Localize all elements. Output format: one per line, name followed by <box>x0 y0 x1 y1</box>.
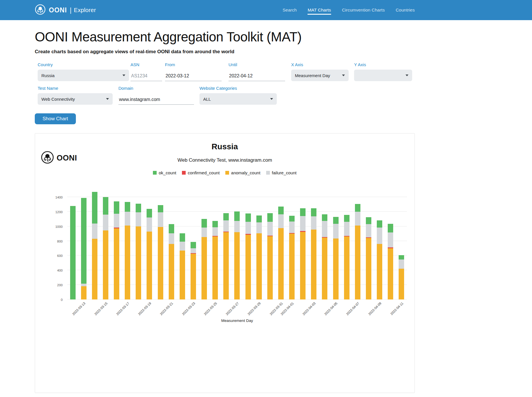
bar-2022-03-19[interactable] <box>144 197 155 299</box>
until-date-input[interactable] <box>228 70 285 81</box>
chart-legend: ok_countconfirmed_countanomaly_countfail… <box>35 170 414 175</box>
bar-segment-anomaly_count <box>223 232 229 299</box>
test-name-select[interactable]: Web Connectivity <box>38 93 113 105</box>
bar-2022-04-09[interactable] <box>374 197 385 299</box>
test-name-select-value: Web Connectivity <box>41 97 75 102</box>
bar-segment-ok_count <box>311 208 316 216</box>
bar-2022-03-28[interactable] <box>243 197 253 299</box>
chevron-down-icon <box>122 75 125 76</box>
bar-2022-03-25[interactable] <box>210 197 221 299</box>
bar-segment-failure_count <box>180 242 185 251</box>
legend-swatch-icon <box>182 171 186 175</box>
domain-input[interactable] <box>118 93 194 105</box>
website-categories-field: Website Categories ALL <box>199 86 277 105</box>
bar-2022-04-06[interactable] <box>341 197 352 299</box>
page-title: OONI Measurement Aggregation Toolkit (MA… <box>35 29 415 44</box>
from-date-input[interactable] <box>165 70 222 81</box>
bar-2022-03-21[interactable] <box>166 197 177 299</box>
nav-circumvention-charts[interactable]: Circumvention Charts <box>342 6 385 14</box>
nav-search[interactable]: Search <box>283 6 297 14</box>
bar-2022-03-29[interactable] <box>253 197 264 299</box>
bar-segment-failure_count <box>114 214 119 228</box>
from-label: From <box>165 62 222 67</box>
website-categories-select-value: ALL <box>203 97 211 102</box>
asn-input[interactable] <box>130 70 162 81</box>
bar-2022-04-07[interactable] <box>352 197 363 299</box>
x-tick-slot: 2022-04-09 <box>374 299 385 318</box>
bar-2022-03-30[interactable] <box>264 197 275 299</box>
bar-2022-03-14[interactable] <box>89 197 100 299</box>
mat-query-form: Country Russia ASN From Until X Axis Mea… <box>35 62 415 105</box>
bar-segment-failure_count <box>191 248 196 253</box>
bar-segment-failure_count <box>136 212 141 226</box>
chart-subtitle: Web Connectivity Test, www.instagram.com <box>35 157 414 163</box>
chart-card: OONI Russia Web Connectivity Test, www.i… <box>35 133 415 393</box>
bar-segment-ok_count <box>81 198 87 284</box>
bar-2022-03-16[interactable] <box>111 197 122 299</box>
bar-segment-anomaly_count <box>278 228 284 299</box>
y-axis-field: Y Axis <box>354 62 412 81</box>
bar-segment-ok_count <box>399 255 404 259</box>
bar-segment-anomaly_count <box>377 244 382 299</box>
bar-segment-anomaly_count <box>366 238 371 299</box>
bar-2022-03-12[interactable] <box>67 197 78 299</box>
y-tick-label: 600 <box>45 254 63 257</box>
country-select[interactable]: Russia <box>38 70 129 81</box>
bar-segment-ok_count <box>300 208 306 216</box>
ooni-explorer-brand[interactable]: OONI | Explorer <box>35 4 96 16</box>
bar-2022-03-26[interactable] <box>221 197 232 299</box>
bar-2022-03-22[interactable] <box>177 197 188 299</box>
bar-segment-ok_count <box>136 204 141 213</box>
website-categories-select[interactable]: ALL <box>199 93 277 105</box>
bar-segment-failure_count <box>158 212 163 227</box>
nav-countries[interactable]: Countries <box>396 6 415 14</box>
bar-2022-03-20[interactable] <box>155 197 166 299</box>
chevron-down-icon <box>406 75 408 76</box>
ooni-octopus-icon <box>41 151 57 165</box>
bar-segment-anomaly_count <box>344 236 349 299</box>
x-tick-slot: 2022-04-07 <box>352 299 363 318</box>
bar-segment-anomaly_count <box>169 244 174 299</box>
domain-field: Domain <box>118 86 194 105</box>
bar-2022-03-31[interactable] <box>275 197 286 299</box>
website-categories-label: Website Categories <box>199 86 277 91</box>
bar-segment-ok_count <box>388 224 393 233</box>
legend-item-failure_count: failure_count <box>266 170 297 175</box>
bar-2022-04-04[interactable] <box>319 197 330 299</box>
bar-segment-ok_count <box>322 214 327 221</box>
bar-2022-04-02[interactable] <box>297 197 308 299</box>
bar-2022-03-24[interactable] <box>199 197 210 299</box>
y-axis-select[interactable] <box>354 70 412 81</box>
legend-item-ok_count: ok_count <box>153 170 176 175</box>
ooni-logo: OONI <box>41 151 77 165</box>
bar-2022-03-17[interactable] <box>122 197 133 299</box>
bar-2022-03-13[interactable] <box>78 197 89 299</box>
show-chart-button[interactable]: Show Chart <box>35 113 76 124</box>
brand-name: OONI <box>49 6 67 14</box>
bar-segment-failure_count <box>311 216 316 230</box>
test-name-field: Test Name Web Connectivity <box>38 86 113 105</box>
bar-2022-04-08[interactable] <box>363 197 374 299</box>
bar-segment-failure_count <box>388 232 393 247</box>
bar-2022-04-11[interactable] <box>396 197 407 299</box>
bar-2022-04-05[interactable] <box>330 197 341 299</box>
bar-2022-04-10[interactable] <box>385 197 396 299</box>
bar-2022-03-23[interactable] <box>188 197 199 299</box>
bar-2022-04-01[interactable] <box>287 197 297 299</box>
bar-2022-03-15[interactable] <box>100 197 111 299</box>
y-tick-label: 800 <box>45 240 63 243</box>
top-navbar: OONI | Explorer Search MAT Charts Circum… <box>0 0 532 20</box>
chevron-down-icon <box>106 98 109 100</box>
x-axis-select[interactable]: Measurement Day <box>291 70 349 81</box>
x-tick-slot: 2022-03-21 <box>166 299 177 318</box>
test-name-label: Test Name <box>38 86 113 91</box>
nav-mat-charts[interactable]: MAT Charts <box>308 6 331 15</box>
bar-segment-anomaly_count <box>355 226 360 299</box>
x-tick-slot: 2022-04-01 <box>287 299 297 318</box>
bar-segment-anomaly_count <box>136 226 141 299</box>
bar-2022-03-18[interactable] <box>133 197 144 299</box>
bar-2022-03-27[interactable] <box>232 197 243 299</box>
legend-label: anomaly_count <box>231 170 260 175</box>
bar-2022-04-03[interactable] <box>308 197 319 299</box>
x-axis-field: X Axis Measurement Day <box>291 62 349 81</box>
